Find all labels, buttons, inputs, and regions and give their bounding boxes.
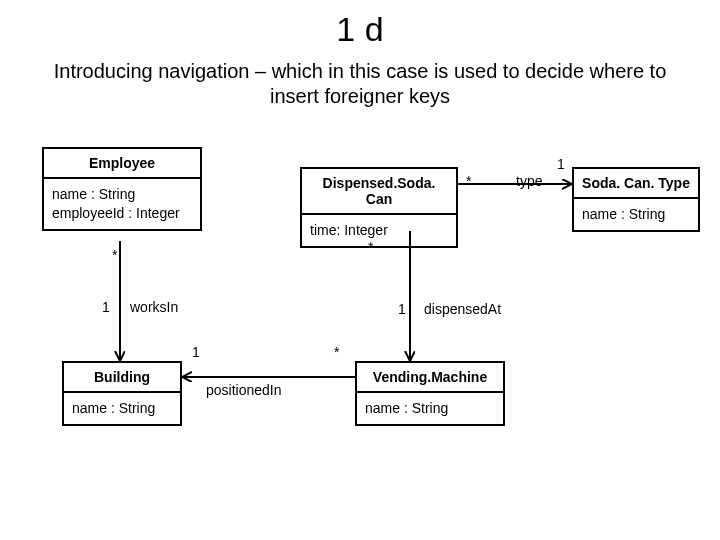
assoc-type-label: type <box>516 173 542 189</box>
class-soda-can-type: Soda. Can. Type name : String <box>572 167 700 232</box>
class-vending-machine: Vending.Machine name : String <box>355 361 505 426</box>
class-dispensed-soda-can: Dispensed.Soda. Can time: Integer <box>300 167 458 248</box>
class-employee-attr1: name : String <box>52 185 192 204</box>
page-title: 1 d <box>0 10 720 49</box>
mult-dsc-star: * <box>368 239 373 255</box>
class-building-name: Building <box>64 363 180 391</box>
class-vm-attr1: name : String <box>365 399 495 418</box>
class-sct-name: Soda. Can. Type <box>574 169 698 197</box>
class-dsc-attr1: time: Integer <box>310 221 448 240</box>
class-building-attr1: name : String <box>72 399 172 418</box>
assoc-positionedin-label: positionedIn <box>206 382 282 398</box>
mult-dispensedat-one: 1 <box>398 301 406 317</box>
page-subtitle: Introducing navigation – which in this c… <box>40 59 680 109</box>
class-employee-attr2: employeeId : Integer <box>52 204 192 223</box>
mult-worksin-one: 1 <box>102 299 110 315</box>
class-vm-name: Vending.Machine <box>357 363 503 391</box>
class-employee: Employee name : String employeeId : Inte… <box>42 147 202 231</box>
mult-type-one: 1 <box>557 156 565 172</box>
class-employee-name: Employee <box>44 149 200 177</box>
class-dsc-name: Dispensed.Soda. Can <box>302 169 456 213</box>
mult-positionedin-star: * <box>334 344 339 360</box>
assoc-dispensedat-label: dispensedAt <box>424 301 501 317</box>
mult-type-star: * <box>466 173 471 189</box>
class-sct-attr1: name : String <box>582 205 690 224</box>
mult-emp-star: * <box>112 247 117 263</box>
assoc-worksin-label: worksIn <box>130 299 178 315</box>
class-building: Building name : String <box>62 361 182 426</box>
mult-positionedin-one: 1 <box>192 344 200 360</box>
uml-diagram: Employee name : String employeeId : Inte… <box>0 129 720 529</box>
